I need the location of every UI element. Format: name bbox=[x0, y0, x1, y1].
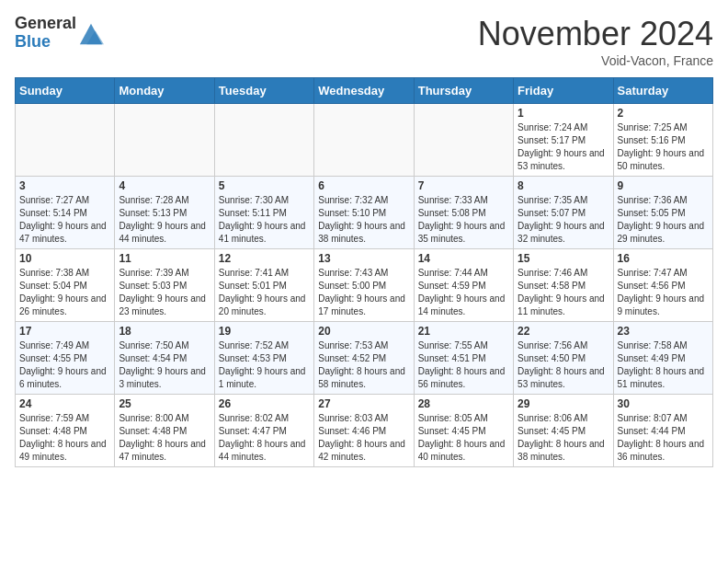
day-info: Sunrise: 7:59 AM Sunset: 4:48 PM Dayligh… bbox=[19, 412, 110, 464]
logo-icon bbox=[78, 20, 104, 46]
calendar-day-cell: 22Sunrise: 7:56 AM Sunset: 4:50 PM Dayli… bbox=[514, 322, 613, 395]
calendar-day-cell: 18Sunrise: 7:50 AM Sunset: 4:54 PM Dayli… bbox=[115, 322, 214, 395]
day-number: 5 bbox=[219, 179, 310, 192]
day-info: Sunrise: 7:28 AM Sunset: 5:13 PM Dayligh… bbox=[119, 194, 210, 246]
day-number: 20 bbox=[318, 325, 409, 338]
calendar-day-cell: 1Sunrise: 7:24 AM Sunset: 5:17 PM Daylig… bbox=[514, 104, 613, 177]
calendar-day-cell bbox=[16, 104, 115, 177]
location-subtitle: Void-Vacon, France bbox=[478, 53, 713, 68]
day-number: 27 bbox=[318, 397, 409, 410]
calendar-week-row: 1Sunrise: 7:24 AM Sunset: 5:17 PM Daylig… bbox=[16, 104, 713, 177]
day-info: Sunrise: 8:00 AM Sunset: 4:48 PM Dayligh… bbox=[119, 412, 210, 464]
day-info: Sunrise: 8:05 AM Sunset: 4:45 PM Dayligh… bbox=[418, 412, 509, 464]
day-number: 28 bbox=[418, 397, 509, 410]
day-number: 3 bbox=[19, 179, 110, 192]
day-number: 4 bbox=[119, 179, 210, 192]
calendar-day-cell: 6Sunrise: 7:32 AM Sunset: 5:10 PM Daylig… bbox=[314, 177, 414, 249]
day-info: Sunrise: 7:55 AM Sunset: 4:51 PM Dayligh… bbox=[418, 339, 509, 391]
calendar-day-cell: 11Sunrise: 7:39 AM Sunset: 5:03 PM Dayli… bbox=[115, 249, 214, 322]
day-info: Sunrise: 7:44 AM Sunset: 4:59 PM Dayligh… bbox=[418, 267, 509, 318]
day-info: Sunrise: 7:32 AM Sunset: 5:10 PM Dayligh… bbox=[318, 194, 409, 246]
day-number: 14 bbox=[418, 252, 509, 265]
month-title: November 2024 bbox=[478, 15, 713, 53]
calendar-day-cell: 4Sunrise: 7:28 AM Sunset: 5:13 PM Daylig… bbox=[115, 177, 214, 249]
calendar-day-cell: 24Sunrise: 7:59 AM Sunset: 4:48 PM Dayli… bbox=[16, 395, 115, 467]
day-number: 15 bbox=[518, 252, 609, 265]
day-number: 26 bbox=[219, 397, 310, 410]
day-info: Sunrise: 7:25 AM Sunset: 5:16 PM Dayligh… bbox=[618, 121, 709, 173]
day-info: Sunrise: 7:33 AM Sunset: 5:08 PM Dayligh… bbox=[418, 194, 509, 246]
calendar-day-cell: 19Sunrise: 7:52 AM Sunset: 4:53 PM Dayli… bbox=[214, 322, 313, 395]
day-info: Sunrise: 7:50 AM Sunset: 4:54 PM Dayligh… bbox=[119, 339, 210, 391]
day-number: 22 bbox=[518, 325, 609, 338]
calendar-day-cell: 14Sunrise: 7:44 AM Sunset: 4:59 PM Dayli… bbox=[414, 249, 513, 322]
day-info: Sunrise: 8:06 AM Sunset: 4:45 PM Dayligh… bbox=[518, 412, 609, 464]
calendar-day-cell: 9Sunrise: 7:36 AM Sunset: 5:05 PM Daylig… bbox=[613, 177, 712, 249]
logo-blue: Blue bbox=[15, 33, 76, 52]
calendar-day-cell: 20Sunrise: 7:53 AM Sunset: 4:52 PM Dayli… bbox=[314, 322, 414, 395]
calendar-day-cell: 21Sunrise: 7:55 AM Sunset: 4:51 PM Dayli… bbox=[414, 322, 513, 395]
calendar-day-cell: 7Sunrise: 7:33 AM Sunset: 5:08 PM Daylig… bbox=[414, 177, 513, 249]
day-info: Sunrise: 7:56 AM Sunset: 4:50 PM Dayligh… bbox=[518, 339, 609, 391]
day-number: 13 bbox=[318, 252, 409, 265]
calendar-day-cell: 12Sunrise: 7:41 AM Sunset: 5:01 PM Dayli… bbox=[214, 249, 313, 322]
weekday-header: Tuesday bbox=[214, 78, 313, 104]
weekday-header: Monday bbox=[115, 78, 214, 104]
day-info: Sunrise: 7:46 AM Sunset: 4:58 PM Dayligh… bbox=[518, 267, 609, 318]
day-number: 11 bbox=[119, 252, 210, 265]
calendar-day-cell: 16Sunrise: 7:47 AM Sunset: 4:56 PM Dayli… bbox=[613, 249, 712, 322]
day-info: Sunrise: 7:35 AM Sunset: 5:07 PM Dayligh… bbox=[518, 194, 609, 246]
day-number: 6 bbox=[318, 179, 409, 192]
day-info: Sunrise: 8:03 AM Sunset: 4:46 PM Dayligh… bbox=[318, 412, 409, 464]
day-number: 9 bbox=[618, 179, 709, 192]
weekday-header: Wednesday bbox=[314, 78, 414, 104]
day-info: Sunrise: 7:53 AM Sunset: 4:52 PM Dayligh… bbox=[318, 339, 409, 391]
calendar-day-cell: 28Sunrise: 8:05 AM Sunset: 4:45 PM Dayli… bbox=[414, 395, 513, 467]
calendar-day-cell: 2Sunrise: 7:25 AM Sunset: 5:16 PM Daylig… bbox=[613, 104, 712, 177]
calendar-day-cell: 30Sunrise: 8:07 AM Sunset: 4:44 PM Dayli… bbox=[613, 395, 712, 467]
day-number: 10 bbox=[19, 252, 110, 265]
calendar-week-row: 24Sunrise: 7:59 AM Sunset: 4:48 PM Dayli… bbox=[16, 395, 713, 467]
day-info: Sunrise: 7:52 AM Sunset: 4:53 PM Dayligh… bbox=[219, 339, 310, 391]
day-info: Sunrise: 7:39 AM Sunset: 5:03 PM Dayligh… bbox=[119, 267, 210, 318]
weekday-header: Saturday bbox=[613, 78, 712, 104]
calendar-day-cell: 10Sunrise: 7:38 AM Sunset: 5:04 PM Dayli… bbox=[16, 249, 115, 322]
calendar-day-cell bbox=[414, 104, 513, 177]
weekday-header: Sunday bbox=[16, 78, 115, 104]
calendar-day-cell: 23Sunrise: 7:58 AM Sunset: 4:49 PM Dayli… bbox=[613, 322, 712, 395]
calendar-week-row: 17Sunrise: 7:49 AM Sunset: 4:55 PM Dayli… bbox=[16, 322, 713, 395]
day-number: 24 bbox=[19, 397, 110, 410]
calendar-day-cell: 17Sunrise: 7:49 AM Sunset: 4:55 PM Dayli… bbox=[16, 322, 115, 395]
day-info: Sunrise: 7:30 AM Sunset: 5:11 PM Dayligh… bbox=[219, 194, 310, 246]
day-number: 2 bbox=[618, 107, 709, 120]
calendar-day-cell bbox=[115, 104, 214, 177]
day-number: 18 bbox=[119, 325, 210, 338]
logo: General Blue bbox=[15, 15, 104, 52]
calendar-day-cell: 29Sunrise: 8:06 AM Sunset: 4:45 PM Dayli… bbox=[514, 395, 613, 467]
calendar-table: SundayMondayTuesdayWednesdayThursdayFrid… bbox=[15, 77, 713, 467]
page-header: General Blue November 2024 Void-Vacon, F… bbox=[15, 15, 713, 68]
calendar-day-cell: 27Sunrise: 8:03 AM Sunset: 4:46 PM Dayli… bbox=[314, 395, 414, 467]
day-number: 30 bbox=[618, 397, 709, 410]
day-number: 17 bbox=[19, 325, 110, 338]
calendar-day-cell: 25Sunrise: 8:00 AM Sunset: 4:48 PM Dayli… bbox=[115, 395, 214, 467]
day-number: 1 bbox=[518, 107, 609, 120]
calendar-header-row: SundayMondayTuesdayWednesdayThursdayFrid… bbox=[16, 78, 713, 104]
day-number: 16 bbox=[618, 252, 709, 265]
calendar-day-cell: 13Sunrise: 7:43 AM Sunset: 5:00 PM Dayli… bbox=[314, 249, 414, 322]
calendar-day-cell: 5Sunrise: 7:30 AM Sunset: 5:11 PM Daylig… bbox=[214, 177, 313, 249]
day-number: 23 bbox=[618, 325, 709, 338]
day-info: Sunrise: 7:24 AM Sunset: 5:17 PM Dayligh… bbox=[518, 121, 609, 173]
day-number: 25 bbox=[119, 397, 210, 410]
day-number: 8 bbox=[518, 179, 609, 192]
weekday-header: Thursday bbox=[414, 78, 513, 104]
calendar-week-row: 3Sunrise: 7:27 AM Sunset: 5:14 PM Daylig… bbox=[16, 177, 713, 249]
calendar-day-cell: 3Sunrise: 7:27 AM Sunset: 5:14 PM Daylig… bbox=[16, 177, 115, 249]
day-info: Sunrise: 7:41 AM Sunset: 5:01 PM Dayligh… bbox=[219, 267, 310, 318]
day-info: Sunrise: 7:47 AM Sunset: 4:56 PM Dayligh… bbox=[618, 267, 709, 318]
logo-general: General bbox=[15, 15, 76, 33]
day-number: 19 bbox=[219, 325, 310, 338]
day-number: 21 bbox=[418, 325, 509, 338]
day-info: Sunrise: 7:49 AM Sunset: 4:55 PM Dayligh… bbox=[19, 339, 110, 391]
calendar-day-cell: 15Sunrise: 7:46 AM Sunset: 4:58 PM Dayli… bbox=[514, 249, 613, 322]
